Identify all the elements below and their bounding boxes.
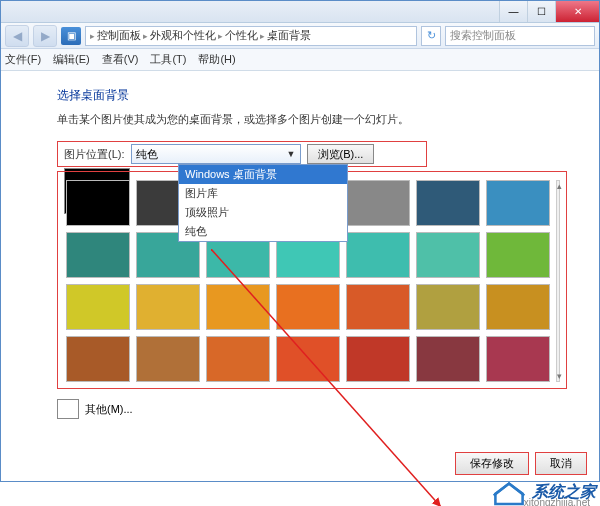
titlebar: — ☐ ✕ bbox=[1, 1, 599, 23]
color-swatch[interactable] bbox=[346, 284, 410, 330]
page-title: 选择桌面背景 bbox=[57, 87, 599, 104]
content-area: 选择桌面背景 单击某个图片使其成为您的桌面背景，或选择多个图片创建一个幻灯片。 … bbox=[1, 71, 599, 481]
color-swatch[interactable] bbox=[206, 336, 270, 382]
other-color-row: 其他(M)... bbox=[57, 399, 599, 419]
watermark-icon bbox=[492, 478, 526, 506]
location-combobox[interactable]: 纯色 ▼ bbox=[131, 144, 301, 164]
color-swatch[interactable] bbox=[416, 232, 480, 278]
location-highlight-box: 图片位置(L): 纯色 ▼ 浏览(B)... Windows 桌面背景 图片库 … bbox=[57, 141, 427, 167]
combobox-value: 纯色 bbox=[136, 147, 158, 162]
control-panel-icon: ▣ bbox=[61, 27, 81, 45]
cancel-button[interactable]: 取消 bbox=[535, 452, 587, 475]
color-swatch[interactable] bbox=[346, 232, 410, 278]
menu-view[interactable]: 查看(V) bbox=[102, 52, 139, 67]
watermark: 系统之家 xitongzhijia.net bbox=[492, 478, 596, 506]
color-swatch[interactable] bbox=[136, 336, 200, 382]
minimize-button[interactable]: — bbox=[499, 1, 527, 22]
color-swatch[interactable] bbox=[66, 284, 130, 330]
color-swatch[interactable] bbox=[346, 180, 410, 226]
vertical-scrollbar[interactable] bbox=[556, 180, 560, 382]
forward-button[interactable]: ▶ bbox=[33, 25, 57, 47]
color-swatch[interactable] bbox=[66, 232, 130, 278]
color-swatch[interactable] bbox=[66, 336, 130, 382]
color-swatch[interactable] bbox=[276, 336, 340, 382]
color-swatch[interactable] bbox=[206, 284, 270, 330]
chevron-icon: ▸ bbox=[218, 31, 223, 41]
footer-buttons: 保存修改 取消 bbox=[455, 452, 587, 475]
other-color-label[interactable]: 其他(M)... bbox=[85, 402, 133, 417]
menu-tools[interactable]: 工具(T) bbox=[150, 52, 186, 67]
close-button[interactable]: ✕ bbox=[555, 1, 599, 22]
menubar: 文件(F) 编辑(E) 查看(V) 工具(T) 帮助(H) bbox=[1, 49, 599, 71]
color-swatch[interactable] bbox=[416, 284, 480, 330]
color-swatch[interactable] bbox=[486, 232, 550, 278]
color-swatch[interactable] bbox=[136, 284, 200, 330]
color-swatch[interactable] bbox=[486, 284, 550, 330]
color-swatch[interactable] bbox=[66, 180, 130, 226]
crumb[interactable]: 外观和个性化 bbox=[150, 28, 216, 43]
crumb[interactable]: 个性化 bbox=[225, 28, 258, 43]
chevron-icon: ▸ bbox=[143, 31, 148, 41]
color-swatch[interactable] bbox=[486, 180, 550, 226]
crumb[interactable]: 桌面背景 bbox=[267, 28, 311, 43]
maximize-button[interactable]: ☐ bbox=[527, 1, 555, 22]
search-placeholder: 搜索控制面板 bbox=[450, 28, 516, 43]
color-swatch[interactable] bbox=[346, 336, 410, 382]
dropdown-option[interactable]: 顶级照片 bbox=[179, 203, 347, 222]
location-label: 图片位置(L): bbox=[64, 147, 125, 162]
color-swatch[interactable] bbox=[486, 336, 550, 382]
menu-file[interactable]: 文件(F) bbox=[5, 52, 41, 67]
dropdown-option[interactable]: 纯色 bbox=[179, 222, 347, 241]
page-subtext: 单击某个图片使其成为您的桌面背景，或选择多个图片创建一个幻灯片。 bbox=[57, 112, 599, 127]
search-input[interactable]: 搜索控制面板 bbox=[445, 26, 595, 46]
chevron-icon: ▸ bbox=[90, 31, 95, 41]
save-button[interactable]: 保存修改 bbox=[455, 452, 529, 475]
menu-edit[interactable]: 编辑(E) bbox=[53, 52, 90, 67]
back-icon: ◀ bbox=[13, 29, 22, 43]
color-swatch[interactable] bbox=[416, 336, 480, 382]
other-color-swatch[interactable] bbox=[57, 399, 79, 419]
dropdown-option[interactable]: Windows 桌面背景 bbox=[179, 165, 347, 184]
chevron-down-icon: ▼ bbox=[287, 149, 296, 159]
breadcrumb[interactable]: ▸ 控制面板 ▸ 外观和个性化 ▸ 个性化 ▸ 桌面背景 bbox=[85, 26, 417, 46]
back-button[interactable]: ◀ bbox=[5, 25, 29, 47]
color-swatch[interactable] bbox=[276, 284, 340, 330]
watermark-url: xitongzhijia.net bbox=[524, 497, 590, 506]
chevron-icon: ▸ bbox=[260, 31, 265, 41]
navbar: ◀ ▶ ▣ ▸ 控制面板 ▸ 外观和个性化 ▸ 个性化 ▸ 桌面背景 ↻ 搜索控… bbox=[1, 23, 599, 49]
crumb[interactable]: 控制面板 bbox=[97, 28, 141, 43]
menu-help[interactable]: 帮助(H) bbox=[198, 52, 235, 67]
control-panel-window: — ☐ ✕ ◀ ▶ ▣ ▸ 控制面板 ▸ 外观和个性化 ▸ 个性化 ▸ 桌面背景… bbox=[0, 0, 600, 482]
browse-button[interactable]: 浏览(B)... bbox=[307, 144, 375, 164]
refresh-button[interactable]: ↻ bbox=[421, 26, 441, 46]
color-swatch[interactable] bbox=[416, 180, 480, 226]
forward-icon: ▶ bbox=[41, 29, 50, 43]
location-dropdown: Windows 桌面背景 图片库 顶级照片 纯色 bbox=[178, 164, 348, 242]
dropdown-option[interactable]: 图片库 bbox=[179, 184, 347, 203]
